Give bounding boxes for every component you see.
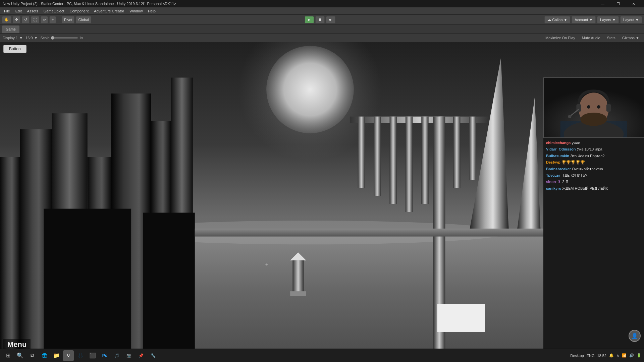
gizmos-button[interactable]: Gizmos ▼	[620, 35, 641, 41]
svg-rect-16	[374, 117, 381, 196]
svg-point-2	[266, 46, 354, 133]
chat-text: Уже 10/10 игра	[577, 147, 602, 151]
menu-adventure-creator[interactable]: Adventure Creator	[91, 8, 127, 14]
chat-message: Brainsbreaker Очень абстрактно	[546, 167, 641, 172]
minimize-button[interactable]: —	[595, 0, 610, 7]
collab-button[interactable]: ☁ Collab ▼	[544, 16, 570, 23]
taskbar-expand[interactable]: ∧	[616, 353, 619, 358]
play-button[interactable]: ▶	[305, 16, 314, 23]
transform-rotate-tool[interactable]: ↺	[22, 16, 30, 23]
global-button[interactable]: Global	[76, 16, 91, 23]
display-selector[interactable]: Display 1 ▼	[3, 36, 23, 40]
collab-label: Collab ▼	[552, 18, 567, 22]
svg-rect-33	[437, 304, 485, 332]
app-icon-3[interactable]: 📌	[136, 350, 146, 361]
unity-icon[interactable]: U	[63, 350, 74, 361]
layout-button[interactable]: Layout ▼	[620, 16, 642, 23]
chat-text: Это Чел из Портал?	[570, 154, 604, 158]
chrome-icon[interactable]: 🌐	[39, 350, 50, 361]
menu-help[interactable]: Help	[145, 8, 158, 14]
chat-text: ужас	[572, 141, 580, 145]
game-ui-button[interactable]: Button	[3, 45, 26, 53]
svg-rect-21	[453, 117, 460, 188]
svg-rect-29	[195, 229, 553, 237]
toolbar-sep-2	[94, 16, 94, 23]
layers-label: Layers ▼	[600, 18, 616, 22]
main-content: + Button Menu	[0, 42, 644, 355]
maximize-button[interactable]: ❐	[610, 0, 626, 7]
chat-message: sanikyro ЖДЕМ НОВЫЙ РЕД ЛЕЙК	[546, 186, 641, 191]
aspect-label: 16:9	[25, 36, 33, 40]
maximize-on-play-button[interactable]: Maximize On Play	[543, 35, 577, 41]
scale-slider[interactable]	[51, 37, 78, 39]
chat-messages: chimicchanga ужасVidarr_Odinsson Уже 10/…	[546, 140, 641, 191]
volume-icon[interactable]: 🔊	[629, 353, 634, 358]
terminal-icon[interactable]: ⬛	[87, 350, 98, 361]
search-button[interactable]: 🔍	[15, 350, 25, 361]
chat-avatar: 👤	[629, 330, 641, 342]
chat-username: Brainsbreaker	[546, 167, 571, 171]
taskbar-desktop: Desktop	[570, 354, 584, 358]
app-icon-2[interactable]: 📷	[123, 350, 134, 361]
step-button[interactable]: ⏭	[326, 16, 335, 23]
pivot-button[interactable]: Pivot	[62, 16, 74, 23]
game-tab-label: Game	[6, 27, 16, 31]
svg-rect-5	[0, 157, 20, 355]
chat-text: ЖДЕМ НОВЫЙ РЕД ЛЕЙК	[562, 186, 608, 190]
chat-message: slnorr 🎖 2 🎖	[546, 179, 641, 184]
window-controls: — ❐ ✕	[595, 0, 641, 7]
menu-component[interactable]: Component	[67, 8, 91, 14]
chat-username: slnorr 🎖	[546, 180, 561, 184]
svg-point-41	[597, 105, 600, 109]
chat-message: Destyyp 🏆🏆🏆🏆🏆	[546, 160, 641, 165]
menu-window[interactable]: Window	[127, 8, 145, 14]
pause-button[interactable]: ⏸	[315, 16, 325, 23]
account-button[interactable]: Account ▼	[572, 16, 596, 23]
taskbar-lang: ENG	[587, 354, 595, 358]
webcam-overlay	[543, 77, 644, 138]
game-viewport[interactable]: + Button Menu	[0, 42, 644, 355]
mute-audio-button[interactable]: Mute Audio	[580, 35, 602, 41]
app-icon-4[interactable]: 🔧	[148, 350, 158, 361]
play-controls: ▶ ⏸ ⏭	[97, 16, 543, 23]
start-button[interactable]: ⊞	[3, 350, 13, 361]
transform-hand-tool[interactable]: ✋	[2, 16, 11, 23]
layers-button[interactable]: Layers ▼	[597, 16, 619, 23]
battery-icon: 🔋	[637, 353, 641, 358]
svg-rect-15	[358, 117, 365, 188]
close-button[interactable]: ✕	[626, 0, 641, 7]
chat-message: chimicchanga ужас	[546, 140, 641, 145]
transform-custom-tool[interactable]: ⌖	[49, 16, 56, 23]
menu-file[interactable]: File	[1, 8, 13, 14]
menu-gameobject[interactable]: GameObject	[41, 8, 67, 14]
explorer-icon[interactable]: 📁	[51, 350, 62, 361]
transform-rect-tool[interactable]: ▱	[41, 16, 48, 23]
window-title: New Unity Project (2) - StationCenter - …	[3, 2, 595, 6]
scale-control: Scale 1x	[40, 36, 83, 40]
menu-bar: File Edit Assets GameObject Component Ad…	[0, 7, 644, 15]
chat-username: Трусцы_	[546, 173, 562, 177]
taskview-button[interactable]: ⧉	[27, 350, 38, 361]
menu-edit[interactable]: Edit	[13, 8, 24, 14]
game-tab[interactable]: Game	[2, 25, 19, 33]
gizmos-label: Gizmos ▼	[622, 36, 639, 40]
svg-rect-31	[292, 260, 304, 292]
network-icon: 📶	[622, 353, 627, 358]
vscode-icon[interactable]: { }	[75, 350, 86, 361]
scale-min-label: 1x	[79, 36, 83, 40]
taskbar-notification[interactable]: 🔔	[609, 353, 614, 358]
chat-username: Destyyp	[546, 160, 560, 164]
taskbar-time: 18:52	[597, 354, 606, 358]
app-icon-1[interactable]: 🎵	[111, 350, 122, 361]
transform-move-tool[interactable]: ✥	[13, 16, 20, 23]
menu-assets[interactable]: Assets	[24, 8, 41, 14]
chat-text: 2 🎖	[562, 180, 569, 184]
aspect-selector[interactable]: 16:9 ▼	[25, 36, 38, 40]
photoshop-icon[interactable]: Ps	[99, 350, 110, 361]
transform-scale-tool[interactable]: ⛶	[31, 16, 39, 23]
taskbar: ⊞ 🔍 ⧉ 🌐 📁 U { } ⬛ Ps 🎵 📷 📌 🔧 Desktop ENG…	[0, 349, 644, 362]
mute-label: Mute Audio	[582, 36, 600, 40]
svg-rect-14	[350, 117, 489, 123]
stats-button[interactable]: Stats	[605, 35, 618, 41]
title-bar: New Unity Project (2) - StationCenter - …	[0, 0, 644, 7]
